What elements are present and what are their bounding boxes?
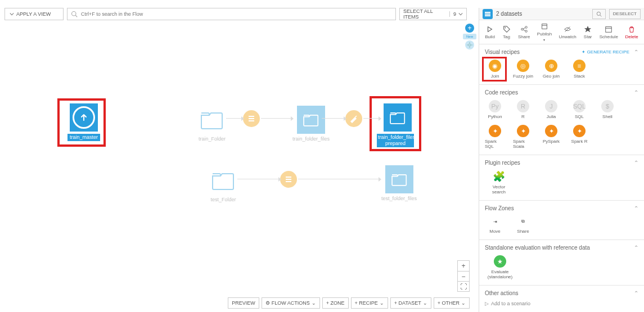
svg-rect-15 <box>485 15 490 16</box>
apply-view-dropdown[interactable]: APPLY A VIEW <box>4 8 64 20</box>
spark-sql-icon: ✦ <box>489 125 501 137</box>
r-icon: R <box>517 100 529 112</box>
stack-icon: ≡ <box>573 60 586 72</box>
zoom-out-button[interactable]: − <box>458 271 469 281</box>
svg-rect-13 <box>485 12 490 13</box>
folder-icon <box>211 170 236 191</box>
schedule-action[interactable]: Schedule <box>600 25 618 39</box>
section-collapse[interactable]: ⌃ <box>634 160 638 166</box>
node-label: test_folder_files <box>381 196 417 202</box>
svg-point-16 <box>597 12 600 15</box>
new-badge[interactable]: New <box>463 34 476 39</box>
svg-point-20 <box>525 26 527 28</box>
recipe-prepare[interactable] <box>345 110 362 127</box>
section-collapse[interactable]: ⌃ <box>634 290 638 296</box>
svg-point-18 <box>505 27 506 28</box>
fuzzy-join-icon: ◎ <box>517 60 529 72</box>
node-train-folder-files-prepared[interactable]: train_folder_files_ prepared <box>381 103 414 147</box>
flow-actions-button[interactable]: ⚙FLOW ACTIONS⌄ <box>262 297 320 309</box>
julia-icon: J <box>545 100 557 112</box>
delete-action[interactable]: Delete <box>625 25 638 39</box>
recipe-vector-search[interactable]: 🧩Vector search <box>485 170 513 195</box>
chevron-down-icon: ⌄ <box>312 300 316 306</box>
node-train-folder-files[interactable]: train_folder_files <box>292 106 330 142</box>
shell-icon: $ <box>601 100 614 112</box>
recipe-files-in-folder-2[interactable] <box>280 171 297 188</box>
flow-arrow <box>298 179 379 179</box>
recipe-geo-join[interactable]: ⊕Geo join <box>541 60 561 79</box>
section-title: Visual recipes <box>485 49 520 55</box>
flow-arrow <box>237 179 279 179</box>
recipe-julia[interactable]: JJulia <box>541 100 561 119</box>
node-test-folder-files[interactable]: test_folder_files <box>381 165 417 202</box>
share-action[interactable]: Share <box>518 25 530 39</box>
section-collapse[interactable]: ⌃ <box>634 245 638 251</box>
evaluate-standalone[interactable]: ★Evaluate (standalone) <box>485 255 515 279</box>
zone-move[interactable]: ⇥Move <box>485 216 505 234</box>
add-dataset-button[interactable]: + DATASET⌄ <box>390 297 431 309</box>
chevron-down-icon <box>458 12 463 16</box>
add-zone-button[interactable]: + ZONE <box>322 297 349 309</box>
svg-rect-3 <box>249 118 254 119</box>
section-title: Other actions <box>485 290 518 296</box>
recipe-spark-scala[interactable]: ✦Spark Scala <box>513 125 533 149</box>
recipe-r[interactable]: RR <box>513 100 533 119</box>
folder-icon <box>389 110 406 125</box>
unwatch-action[interactable]: Unwatch <box>559 25 577 39</box>
recipe-python[interactable]: PyPython <box>485 100 505 119</box>
add-to-scenario[interactable]: ▷ Add to a scenario <box>485 301 638 306</box>
bottom-toolbar: PREVIEW ⚙FLOW ACTIONS⌄ + ZONE + RECIPE⌄ … <box>228 297 470 309</box>
build-action[interactable]: Build <box>485 25 495 39</box>
select-count: 9 <box>449 11 456 17</box>
section-collapse[interactable]: ⌃ <box>634 49 638 55</box>
apply-view-label: APPLY A VIEW <box>16 11 51 17</box>
recipe-stack[interactable]: ≡Stack <box>569 60 589 79</box>
node-label: train_folder_files <box>292 136 330 142</box>
recipe-spark-sql[interactable]: ✦Spark SQL <box>485 125 505 149</box>
recipe-fuzzy-join[interactable]: ◎Fuzzy join <box>513 60 533 79</box>
node-train-master[interactable]: train_master <box>67 103 100 141</box>
recipe-sql[interactable]: SQLSQL <box>569 100 589 119</box>
tag-action[interactable]: Tag <box>502 25 511 39</box>
node-test-folder[interactable]: test_Folder <box>209 166 237 203</box>
recipe-pyspark[interactable]: ✦PySpark <box>541 125 561 149</box>
star-action[interactable]: Star <box>583 25 592 39</box>
preview-button[interactable]: PREVIEW <box>228 297 259 309</box>
node-label: test_Folder <box>209 197 237 203</box>
generate-recipe-button[interactable]: ✦ GENERATE RECIPE <box>582 49 629 55</box>
zoom-fit-button[interactable]: ⛶ <box>458 281 469 291</box>
add-other-button[interactable]: + OTHER⌄ <box>434 297 470 309</box>
panel-search-button[interactable] <box>592 9 606 19</box>
svg-rect-27 <box>606 26 612 32</box>
search-input[interactable] <box>81 11 392 17</box>
deselect-button[interactable]: DESELECT <box>609 9 641 19</box>
plugin-recipes-section: Plugin recipes ⌃ 🧩Vector search <box>479 155 644 201</box>
contract-button[interactable] <box>465 40 474 49</box>
svg-rect-2 <box>249 116 254 117</box>
publish-action[interactable]: Publish▾ <box>537 22 552 42</box>
svg-point-21 <box>525 30 527 32</box>
folder-icon <box>391 172 408 187</box>
section-collapse[interactable]: ⌃ <box>634 89 638 96</box>
right-panel: 2 datasets DESELECT Build Tag Share Publ… <box>479 8 644 312</box>
chevron-down-icon: ⌄ <box>461 300 466 306</box>
folder-icon <box>303 112 319 127</box>
recipe-files-in-folder[interactable] <box>243 110 260 127</box>
recipe-shell[interactable]: $Shell <box>597 100 618 119</box>
zoom-in-button[interactable]: + <box>458 261 469 271</box>
visual-recipes-section: Visual recipes ✦ GENERATE RECIPE ⌃ ◉Join… <box>479 44 644 85</box>
zone-share[interactable]: ⧉Share <box>513 216 533 234</box>
section-collapse[interactable]: ⌃ <box>634 205 638 211</box>
panel-title: 2 datasets <box>496 11 589 17</box>
add-recipe-button[interactable]: + RECIPE⌄ <box>351 297 388 309</box>
node-label: train_folder_files_ prepared <box>377 134 414 147</box>
flow-canvas[interactable]: train_master train_Folder train_folder_f… <box>0 22 475 295</box>
flow-zones-section: Flow Zones ⌃ ⇥Move ⧉Share <box>479 201 644 240</box>
select-all-items-dropdown[interactable]: SELECT ALL ITEMS 9 <box>399 8 467 20</box>
pyspark-icon: ✦ <box>545 125 557 137</box>
svg-point-8 <box>469 44 471 46</box>
node-train-folder[interactable]: train_Folder <box>198 106 226 142</box>
svg-rect-5 <box>286 177 291 178</box>
add-button[interactable]: + <box>465 24 474 33</box>
recipe-spark-r[interactable]: ✦Spark R <box>569 125 589 149</box>
